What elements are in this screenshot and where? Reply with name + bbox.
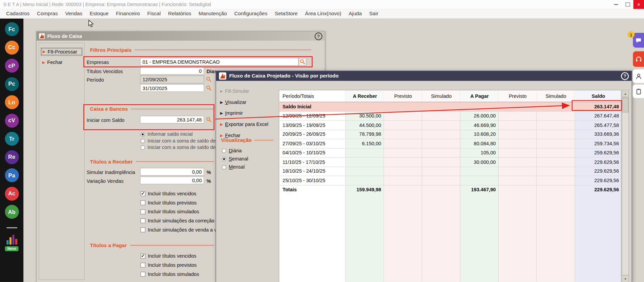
projection-table: Período/TotaisA ReceberPrevistoSimuladoA… xyxy=(279,90,621,282)
empresas-input[interactable]: 01 - EMPRESA DEMONSTRACAO xyxy=(140,58,298,66)
radio-iniciar-com-a-soma-de-saldo-de[interactable]: Iniciar com a soma de saldo de xyxy=(141,144,216,151)
sidebar-item-re[interactable]: Re xyxy=(5,150,19,164)
cell-4: 105,00 xyxy=(460,150,499,156)
sidebar-item-cp[interactable]: cP xyxy=(5,59,19,72)
support-button[interactable] xyxy=(633,51,644,67)
menu-item-relatorios[interactable]: Relatórios xyxy=(164,11,195,17)
action-imprimir[interactable]: ▶Imprimir xyxy=(219,110,277,117)
table-row-13-09-25-19-09-25[interactable]: 13/09/25 - 19/09/2544.500,0046.669,90265… xyxy=(279,121,621,130)
receber-checks: Incluir títulos vencidosIncluir títulos … xyxy=(141,189,217,234)
sidebar-item-pc[interactable]: Pc xyxy=(5,77,19,91)
help-icon[interactable]: ? xyxy=(315,32,323,40)
user-button[interactable] xyxy=(632,69,644,83)
sidebar-item-ln[interactable]: Ln xyxy=(5,95,19,109)
table-row-saldo-inicial[interactable]: Saldo Inicial263.147,48 xyxy=(279,102,621,111)
menu-item-setastore[interactable]: SetaStore xyxy=(271,11,301,17)
app-logo-icon xyxy=(39,33,45,39)
scroll-down-button[interactable]: ▼ xyxy=(622,275,628,282)
menu-item-vendas[interactable]: Vendas xyxy=(61,11,86,17)
percent-suffix: % xyxy=(207,170,211,175)
table-row-11-10-25-17-10-25[interactable]: 11/10/25 - 17/10/2530.000,00229.629,56 xyxy=(279,158,621,167)
menu-item-manutencao[interactable]: Manutenção xyxy=(195,11,230,17)
menu-item-sair[interactable]: Sair xyxy=(366,11,382,17)
titulos-vencidos-input[interactable]: 0 xyxy=(140,67,204,75)
tasks-button[interactable] xyxy=(632,84,644,99)
minimize-button[interactable] xyxy=(610,0,622,9)
cell-4: 26.000,00 xyxy=(460,113,499,119)
sidebar-item-fc[interactable]: Fc xyxy=(5,22,19,36)
radio-iniciar-com-a-soma-de-saldo-de[interactable]: Iniciar com a soma de saldo de xyxy=(141,137,216,144)
action-f8-processar[interactable]: ▶F8-Processar xyxy=(41,48,83,56)
checkbox-incluir-titulos-vencidos[interactable]: Incluir títulos vencidos xyxy=(141,189,217,198)
help-icon[interactable]: ? xyxy=(621,72,629,80)
menu-item-compras[interactable]: Compras xyxy=(33,11,61,17)
checkbox-incluir-simulacoes-da-correcao[interactable]: Incluir simulações da correção xyxy=(141,216,217,225)
sidebar-item-cv[interactable]: cV xyxy=(5,113,19,127)
arrow-icon: ▶ xyxy=(43,50,45,53)
table-row-18-10-25-24-10-25[interactable]: 18/10/25 - 24/10/25229.629,56 xyxy=(279,167,621,176)
scroll-up-button[interactable]: ▲ xyxy=(622,90,628,97)
checkbox-incluir-titulos-vencidos[interactable]: Incluir títulos vencidos xyxy=(141,252,199,261)
table-scrollbar[interactable]: ▲ ▼ xyxy=(622,90,629,282)
close-button[interactable]: × xyxy=(633,0,644,9)
menu-item-cadastros[interactable]: Cadastros xyxy=(2,11,33,17)
radio-semanal[interactable]: Semanal xyxy=(222,155,248,163)
chat-button[interactable]: 1 xyxy=(633,33,644,48)
periodo-de-input[interactable]: 12/09/2025 xyxy=(140,75,204,83)
radio-diaria[interactable]: Diária xyxy=(222,147,248,155)
saldo-search-button[interactable] xyxy=(205,116,213,124)
table-row-04-10-25-10-10-25[interactable]: 04/10/25 - 10/10/25105,00259.629,56 xyxy=(279,148,621,157)
table-row-20-09-25-26-09-25[interactable]: 20/09/25 - 26/09/2578.799,9810.608,20333… xyxy=(279,130,621,139)
action-exportar-para-excel[interactable]: ▶Exportar para Excel xyxy=(219,121,277,128)
table-row-27-09-25-03-10-25[interactable]: 27/09/25 - 03/10/256.150,0080.084,80259.… xyxy=(279,139,621,148)
cell-0: Totais xyxy=(279,187,346,193)
sidebar-item-ac[interactable]: Ac xyxy=(5,187,19,200)
periodo-ate-search-button[interactable] xyxy=(205,84,213,92)
cell-1: 159.949,98 xyxy=(346,187,384,193)
sidebar-item-tr[interactable]: Tr xyxy=(5,132,19,146)
bar-chart-icon[interactable] xyxy=(5,235,18,244)
radio-mensal[interactable]: Mensal xyxy=(222,163,248,171)
menu-item-ajuda[interactable]: Ajuda xyxy=(345,11,366,17)
scrollbar-thumb[interactable] xyxy=(622,98,628,113)
variacao-input[interactable]: 0,00 xyxy=(140,176,204,184)
checkbox-label: Incluir títulos previstos xyxy=(148,200,196,205)
iniciar-com-saldo-input[interactable]: 263.147,48 xyxy=(140,116,204,124)
sidebar-icons: FcCccPPcLncVTrRePaAcAb xyxy=(5,22,19,223)
cell-4: 80.084,80 xyxy=(460,141,499,147)
periodo-ate-input[interactable]: 31/10/2025 xyxy=(140,84,204,92)
action-f8-simular[interactable]: ▶F8-Simular xyxy=(219,87,277,95)
arrow-icon: ▶ xyxy=(220,89,223,93)
radio-icon xyxy=(222,165,226,169)
table-row-12-09-25-12-09-25[interactable]: 12/09/25 - 12/09/2530.500,0026.000,00267… xyxy=(279,111,621,121)
checkbox-incluir-titulos-simulados[interactable]: Incluir títulos simulados xyxy=(141,270,199,279)
menu-item-area-linx-novo[interactable]: Área Linx(novo) xyxy=(301,11,345,17)
menu-item-configuracoes[interactable]: Configurações xyxy=(231,11,271,17)
win1-titlebar[interactable]: Fluxo de Caixa ? xyxy=(37,31,325,41)
sidebar-item-cc[interactable]: Cc xyxy=(5,40,19,54)
menu-item-financeiro[interactable]: Financeiro xyxy=(112,11,144,17)
section-title: Filtros Principais xyxy=(90,47,132,53)
sidebar-item-pa[interactable]: Pa xyxy=(5,168,19,182)
action-fechar[interactable]: ▶Fechar xyxy=(41,59,83,66)
column-header-previsto-5: Previsto xyxy=(499,90,537,102)
table-row-totais[interactable]: Totais159.949,98193.467,90229.629,56 xyxy=(279,185,621,194)
win1-actions: ▶F8-Processar▶Fechar xyxy=(39,48,84,66)
menu-item-estoque[interactable]: Estoque xyxy=(86,11,112,17)
checkbox-incluir-simulacoes-de-venda-a-v[interactable]: Incluir simulações de venda a v xyxy=(141,225,217,235)
maximize-button[interactable] xyxy=(622,0,633,9)
checkbox-incluir-titulos-simulados[interactable]: Incluir títulos simulados xyxy=(141,207,217,216)
radio-informar-saldo-inicial[interactable]: Informar saldo inicial xyxy=(141,131,216,137)
periodo-de-search-button[interactable] xyxy=(205,75,213,83)
inadimplencia-input[interactable]: 0,00 xyxy=(140,168,204,176)
empresas-search-button[interactable] xyxy=(298,58,306,66)
search-icon xyxy=(206,117,212,123)
menu-item-fiscal[interactable]: Fiscal xyxy=(144,11,164,17)
checkbox-incluir-titulos-previstos[interactable]: Incluir títulos previstos xyxy=(141,198,217,208)
win2-titlebar[interactable]: Fluxo de Caixa Projetado - Visão por per… xyxy=(216,71,632,81)
checkbox-incluir-titulos-previstos[interactable]: Incluir títulos previstos xyxy=(141,261,199,270)
saldo-radio-group: Informar saldo inicialIniciar com a soma… xyxy=(141,131,216,151)
action-visualizar[interactable]: ▶Visualizar xyxy=(219,99,277,106)
sidebar-item-ab[interactable]: Ab xyxy=(5,205,19,219)
table-row-25-10-25-30-10-25[interactable]: 25/10/25 - 30/10/25229.629,56 xyxy=(279,176,621,185)
